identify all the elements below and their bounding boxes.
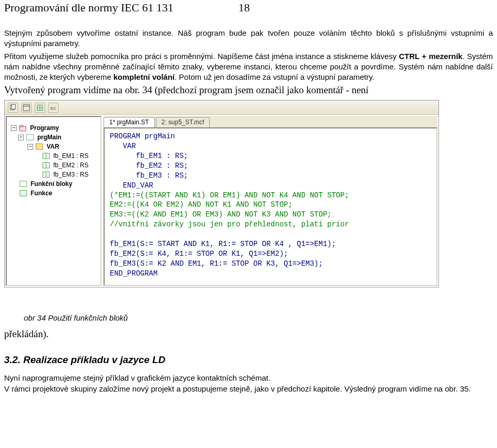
final-para-2: V rámci projektové skupiny založíme nový… [4, 384, 471, 393]
expand-icon[interactable]: − [27, 144, 33, 150]
tree-func[interactable]: Funkce [9, 189, 99, 198]
code-comment: (*EM1:=((START AND K1) OR EM1) AND NOT K… [110, 191, 349, 199]
final-para-1: Nyní naprogramujeme stejný příklad v gra… [4, 373, 270, 382]
toolbar-window-icon[interactable] [21, 103, 32, 113]
tree-fb-em2-label: fb_EM2 : RS [53, 162, 89, 169]
expand-icon[interactable]: − [11, 125, 17, 131]
toolbar-struct-icon[interactable] [35, 103, 45, 113]
tree-fb-em2[interactable]: fb_EM2 : RS [9, 161, 99, 170]
field-icon [42, 171, 50, 178]
st-box-icon [26, 134, 34, 141]
tree-var-label: VAR [47, 143, 59, 150]
code-line: fb_EM3 : RS; [110, 171, 188, 180]
para1-b: Přitom využijeme služeb pomocníka pro pr… [4, 52, 399, 61]
ide-body: − Programy − prgMain − VAR [5, 115, 438, 287]
tree-prgmain-label: prgMain [37, 134, 62, 141]
code-line: fb_EM1(S:= START AND K1, R1:= STOP OR K4… [110, 240, 336, 248]
final-paragraph: Nyní naprogramujeme stejný příklad v gra… [4, 373, 493, 394]
code-line: PROGRAM prgMain [110, 132, 175, 140]
toolbar-iec-icon[interactable]: IEC [48, 103, 59, 113]
option-bold: kompletní volání [113, 73, 174, 81]
tree-fb-em1-label: fb_EM1 : RS [53, 152, 89, 160]
page-number: 18 [238, 1, 250, 15]
tree-fb-em1[interactable]: fb_EM1 : RS [9, 151, 99, 161]
code-editor-panel: 1* prgMain.ST 2: sup5_ST.mcf PROGRAM prg… [104, 116, 437, 286]
figure-caption: obr 34 Použití funkčních bloků [24, 313, 493, 322]
field-icon [42, 162, 50, 169]
toolbar-copy-icon[interactable] [8, 103, 18, 113]
code-line: VAR [110, 142, 136, 150]
tree-fblocks[interactable]: Funkční bloky [9, 179, 99, 189]
code-line: END_VAR [110, 181, 153, 190]
code-line: fb_EM2 : RS; [110, 162, 188, 170]
code-line: fb_EM3(S:= K2 AND EM1, R1:= STOP OR K3, … [110, 259, 323, 268]
svg-rect-2 [23, 105, 30, 111]
code-line: fb_EM1 : RS; [110, 152, 188, 160]
tree-prgmain[interactable]: − prgMain [9, 133, 99, 142]
tab-sup5[interactable]: 2: sup5_ST.mcf [156, 117, 210, 127]
para1-a: Stejným způsobem vytvoříme ostatní insta… [4, 28, 493, 48]
ide-toolbar: IEC [5, 100, 438, 115]
para1-b3: . Potom už jen dosadíme za vstupní a výs… [174, 73, 374, 81]
expand-icon[interactable]: − [18, 135, 24, 140]
code-editor[interactable]: PROGRAM prgMain VAR fb_EM1 : RS; fb_EM2 … [104, 127, 437, 286]
svg-rect-1 [12, 104, 16, 109]
editor-tabs: 1* prgMain.ST 2: sup5_ST.mcf [104, 116, 437, 127]
code-comment: //vnitřní závorky jsou jen pro přehledno… [110, 220, 349, 228]
func-icon [19, 190, 27, 197]
code-comment: EM3:=((K2 AND EM1) OR EM3) AND NOT K3 AN… [110, 210, 331, 219]
paragraph-2: Přitom využijeme služeb pomocníka pro pr… [4, 51, 493, 83]
programs-icon [19, 124, 27, 132]
paragraph-1: Stejným způsobem vytvoříme ostatní insta… [4, 28, 493, 49]
ide-screenshot: IEC − Programy − prgMai [4, 100, 439, 287]
tree-fblocks-label: Funkční bloky [31, 180, 72, 187]
tab-prgmain[interactable]: 1* prgMain.ST [104, 117, 155, 127]
tree-func-label: Funkce [31, 190, 52, 197]
tree-fb-em3-label: fb_EM3 : RS [53, 171, 89, 178]
svg-rect-9 [20, 125, 23, 127]
tree-fb-em3[interactable]: fb_EM3 : RS [9, 170, 99, 179]
code-line: fb_EM2(S:= K4, R1:= STOP OR K1, Q1=>EM2)… [110, 250, 288, 258]
tree-programs-label: Programy [30, 124, 59, 132]
page-title: Programování dle normy IEC 61 131 18 [4, 1, 493, 15]
fb-icon [19, 180, 27, 187]
tree-var[interactable]: − VAR [9, 142, 99, 151]
code-line: END_PROGRAM [110, 269, 157, 278]
tree-programs[interactable]: − Programy [9, 123, 99, 133]
header-title-text: Programování dle normy IEC 61 131 [4, 1, 173, 14]
project-tree[interactable]: − Programy − prgMain − VAR [6, 116, 101, 286]
var-icon [35, 143, 43, 150]
shortcut-bold: CTRL + mezerník [399, 52, 463, 61]
serif-line: Vytvořený program vidíme na obr. 34 (pře… [4, 84, 493, 96]
section-heading: 3.2. Realizace příkladu v jazyce LD [4, 354, 493, 366]
code-comment: EM2:=((K4 OR EM2) AND NOT K1 AND NOT STO… [110, 200, 293, 209]
svg-text:IEC: IEC [50, 107, 56, 110]
after-caption-text: překládán). [4, 328, 493, 340]
field-icon [42, 152, 50, 160]
